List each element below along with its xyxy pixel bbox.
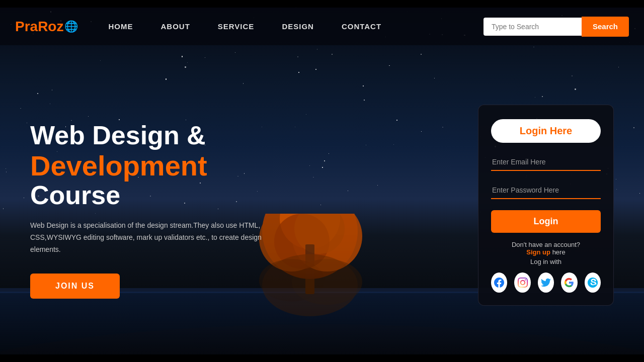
login-here-button[interactable]: Login Here bbox=[491, 119, 601, 143]
social-icons bbox=[491, 273, 601, 293]
search-area: Search bbox=[484, 17, 629, 37]
login-with-label: Log in with bbox=[491, 258, 601, 265]
hero-text: Web Design & Development Course Web Desi… bbox=[30, 101, 307, 298]
nav-links: HOME ABOUT SERVICE DESIGN CONTACT bbox=[108, 22, 483, 31]
signup-link[interactable]: Sign up bbox=[526, 248, 550, 256]
logo-globe: 🌐 bbox=[64, 20, 78, 33]
main-content: Web Design & Development Course Web Desi… bbox=[0, 45, 644, 354]
logo[interactable]: PraRoz🌐 bbox=[15, 19, 78, 35]
bottom-bar bbox=[0, 354, 644, 362]
login-card: Login Here Login Don't have an account? … bbox=[478, 105, 614, 306]
skype-icon[interactable] bbox=[585, 273, 601, 293]
nav-design[interactable]: DESIGN bbox=[282, 22, 314, 31]
navbar: PraRoz🌐 HOME ABOUT SERVICE DESIGN CONTAC… bbox=[0, 8, 644, 45]
here-text: here bbox=[552, 248, 566, 256]
nav-contact[interactable]: CONTACT bbox=[342, 22, 381, 31]
no-account-label: Don't have an account? bbox=[512, 241, 580, 248]
google-icon[interactable] bbox=[561, 273, 577, 293]
twitter-icon[interactable] bbox=[538, 273, 554, 293]
search-input[interactable] bbox=[484, 18, 582, 36]
hero-description: Web Design is a specialisation of the de… bbox=[30, 220, 272, 255]
nav-service[interactable]: SERVICE bbox=[218, 22, 255, 31]
password-input[interactable] bbox=[491, 182, 601, 199]
email-input[interactable] bbox=[491, 154, 601, 171]
instagram-icon[interactable] bbox=[514, 273, 530, 293]
join-us-button[interactable]: JOIN US bbox=[30, 274, 120, 299]
logo-text: PraRoz bbox=[15, 19, 63, 35]
nav-about[interactable]: ABOUT bbox=[160, 22, 190, 31]
top-bar bbox=[0, 0, 644, 8]
search-button[interactable]: Search bbox=[582, 17, 629, 37]
nav-home[interactable]: HOME bbox=[108, 22, 133, 31]
hero-title-line2: Development bbox=[30, 150, 307, 182]
hero-title-line1: Web Design & bbox=[30, 121, 307, 150]
hero-title-line3: Course bbox=[30, 181, 307, 210]
facebook-icon[interactable] bbox=[491, 273, 507, 293]
no-account-text: Don't have an account? Sign up here bbox=[491, 241, 601, 256]
login-button[interactable]: Login bbox=[491, 210, 601, 233]
